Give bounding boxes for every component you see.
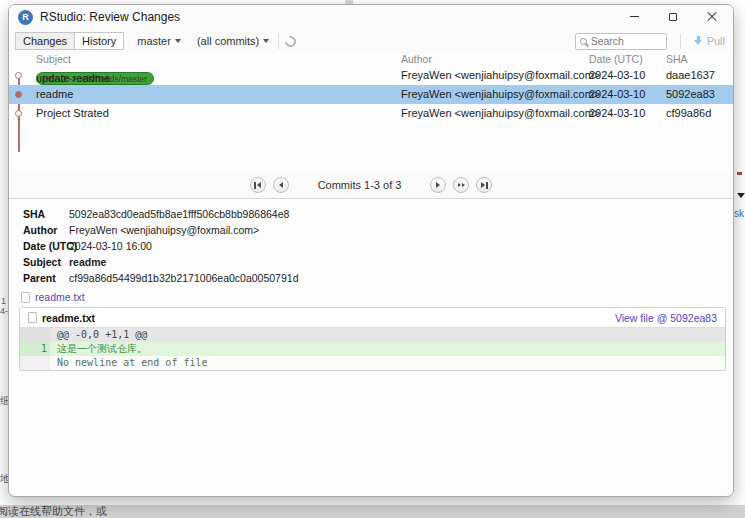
changed-file-name: readme.txt bbox=[35, 291, 85, 303]
next-page-icon bbox=[436, 182, 440, 188]
detail-field-subject: Subject readme bbox=[9, 248, 733, 264]
search-input[interactable] bbox=[591, 35, 662, 47]
pagination-bar: Commits 1-3 of 3 bbox=[9, 172, 733, 199]
background-window-fragment bbox=[737, 172, 742, 175]
close-icon bbox=[707, 12, 717, 22]
commit-list: HEAD -> refs/heads/masterupdate readme F… bbox=[9, 66, 733, 123]
pull-button-label: Pull bbox=[707, 35, 725, 47]
detail-field-date: Date (UTC) 2024-03-10 16:00 bbox=[9, 232, 733, 248]
column-header-subject: Subject bbox=[36, 53, 71, 65]
toolbar-separator bbox=[278, 34, 279, 49]
pagination-label: Commits 1-3 of 3 bbox=[318, 179, 402, 191]
first-page-icon bbox=[257, 182, 261, 188]
window-title: RStudio: Review Changes bbox=[40, 10, 180, 24]
detail-field-sha: SHA 5092ea83cd0ead5fb8ae1fff506cb8bb9868… bbox=[9, 200, 733, 216]
last-page-button[interactable] bbox=[476, 177, 492, 193]
table-row[interactable]: HEAD -> refs/heads/masterupdate readme F… bbox=[9, 66, 733, 85]
tab-history[interactable]: History bbox=[74, 32, 124, 50]
search-icon bbox=[580, 38, 587, 45]
tab-changes[interactable]: Changes bbox=[15, 32, 75, 50]
maximize-icon bbox=[669, 13, 677, 21]
diff-meta-text: No newline at end of file bbox=[50, 356, 208, 370]
file-icon bbox=[28, 312, 37, 323]
fast-forward-button[interactable] bbox=[453, 177, 469, 193]
diff-line-text: 这是一个测试仓库。 bbox=[50, 342, 147, 356]
commit-details-pane: SHA 5092ea83cd0ead5fb8ae1fff506cb8bb9868… bbox=[9, 200, 733, 280]
diff-panel: readme.txt View file @ 5092ea83 @@ -0,0 … bbox=[19, 307, 726, 371]
minimize-icon bbox=[630, 16, 639, 17]
commit-graph-node-icon bbox=[15, 110, 22, 117]
changed-file-link[interactable]: readme.txt bbox=[21, 291, 85, 303]
commit-sha: daae1637 bbox=[666, 69, 715, 81]
pull-down-arrow-icon bbox=[694, 36, 703, 46]
commit-subject: Project Strated bbox=[36, 107, 109, 119]
background-link-fragment: sk bbox=[734, 208, 744, 219]
commit-sha: 5092ea83 bbox=[666, 88, 715, 100]
commit-date: 2024-03-10 bbox=[589, 88, 645, 100]
title-bar: R RStudio: Review Changes bbox=[9, 5, 733, 29]
commit-graph-node-icon bbox=[15, 72, 22, 79]
commit-date: 2024-03-10 bbox=[589, 107, 645, 119]
file-icon bbox=[21, 292, 30, 303]
commit-filter-dropdown[interactable]: (all commits) bbox=[194, 33, 272, 49]
commit-sha: cf99a86d bbox=[666, 107, 711, 119]
chevron-down-icon bbox=[263, 39, 269, 43]
last-page-icon bbox=[481, 182, 485, 188]
chevron-down-icon bbox=[175, 39, 181, 43]
fast-forward-icon bbox=[462, 183, 465, 187]
column-header-sha: SHA bbox=[666, 53, 688, 65]
history-table-header: Subject Author Date (UTC) SHA bbox=[9, 53, 733, 66]
diff-line-number: 1 bbox=[35, 342, 50, 356]
commit-author: FreyaWen <wenjiahuipsy@foxmail.com> bbox=[401, 88, 600, 100]
pull-button[interactable]: Pull bbox=[694, 35, 725, 47]
close-button[interactable] bbox=[697, 7, 727, 26]
diff-no-newline-line: No newline at end of file bbox=[20, 356, 725, 370]
previous-page-icon bbox=[279, 182, 283, 188]
commit-author: FreyaWen <wenjiahuipsy@foxmail.com> bbox=[401, 107, 600, 119]
commit-filter-value: (all commits) bbox=[197, 35, 259, 47]
background-text-fragment: 4- bbox=[0, 306, 8, 316]
detail-field-author: Author FreyaWen <wenjiahuipsy@foxmail.co… bbox=[9, 216, 733, 232]
commit-graph-node-icon bbox=[15, 91, 22, 98]
previous-page-button[interactable] bbox=[273, 177, 289, 193]
background-caret-fragment bbox=[737, 193, 745, 198]
diff-added-line: 1 这是一个测试仓库。 bbox=[20, 342, 725, 356]
next-page-button[interactable] bbox=[430, 177, 446, 193]
diff-header: readme.txt View file @ 5092ea83 bbox=[20, 308, 725, 328]
view-file-link[interactable]: View file @ 5092ea83 bbox=[615, 312, 717, 324]
branch-dropdown[interactable]: master bbox=[134, 33, 184, 49]
table-row[interactable]: Project Strated FreyaWen <wenjiahuipsy@f… bbox=[9, 104, 733, 123]
column-header-date: Date (UTC) bbox=[589, 53, 643, 65]
maximize-button[interactable] bbox=[658, 7, 688, 26]
background-status-text: 阅读在线帮助文件，或 bbox=[0, 505, 107, 518]
diff-file-name: readme.txt bbox=[42, 312, 95, 324]
search-box bbox=[575, 33, 667, 50]
toolbar-separator bbox=[680, 34, 681, 49]
diff-hunk-header: @@ -0,0 +1,1 @@ bbox=[20, 328, 725, 342]
review-changes-window: R RStudio: Review Changes Changes Histor… bbox=[8, 4, 734, 497]
toolbar: Changes History master (all commits) Pul… bbox=[9, 29, 733, 53]
commit-subject: readme bbox=[36, 88, 73, 100]
refresh-icon[interactable] bbox=[283, 33, 298, 48]
commit-date: 2024-03-10 bbox=[589, 69, 645, 81]
branch-dropdown-value: master bbox=[137, 35, 171, 47]
minimize-button[interactable] bbox=[619, 7, 649, 26]
background-status-bar: 阅读在线帮助文件，或 bbox=[0, 505, 745, 518]
commit-author: FreyaWen <wenjiahuipsy@foxmail.com> bbox=[401, 69, 600, 81]
table-row-selected[interactable]: readme FreyaWen <wenjiahuipsy@foxmail.co… bbox=[9, 85, 733, 104]
background-text-fragment: 1 bbox=[1, 296, 6, 306]
first-page-button[interactable] bbox=[250, 177, 266, 193]
column-header-author: Author bbox=[401, 53, 432, 65]
rstudio-logo-icon: R bbox=[18, 10, 33, 25]
detail-field-parent: Parent cf99a86d54499d1b32b2171006ea0c0a0… bbox=[9, 264, 733, 280]
